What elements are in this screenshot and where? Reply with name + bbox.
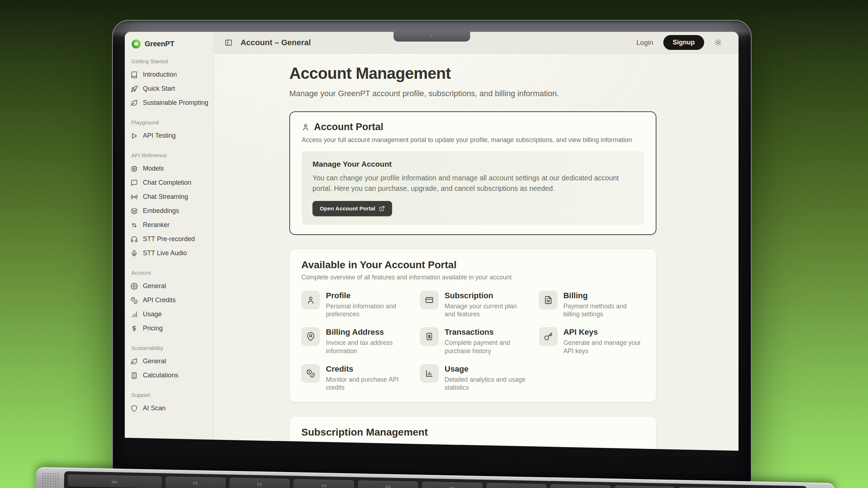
feature-profile: Profile Personal information and prefere… xyxy=(301,291,407,319)
nav-section-label: Account xyxy=(131,270,210,276)
sidebar-item-label: Usage xyxy=(143,311,162,318)
feature-title: Transactions xyxy=(444,328,526,337)
sidebar-item-label: AI Scan xyxy=(143,404,166,412)
leaf-icon xyxy=(131,358,138,365)
sidebar-toggle-icon[interactable] xyxy=(225,39,233,47)
sidebar-item-label: Sustainable Prompting xyxy=(143,99,208,107)
greenpt-ring-logo-icon xyxy=(131,39,141,49)
nav-section-label: Sustainability xyxy=(131,345,210,351)
laptop-lid: GreenPT Getting Started Introduction Qui… xyxy=(112,20,752,488)
sidebar-item-label: STT Pre-recorded xyxy=(143,235,195,243)
keyboard-key: F8 xyxy=(614,485,675,488)
sidebar-item-label: Embeddings xyxy=(143,207,179,215)
feature-title: Credits xyxy=(326,364,407,374)
feature-description: Generate and manage your API keys xyxy=(563,339,644,355)
sidebar-item-sustainable-prompting[interactable]: Sustainable Prompting xyxy=(131,96,210,110)
sidebar-item-account-general[interactable]: General xyxy=(131,279,210,293)
nav-section-label: Getting Started xyxy=(131,58,210,64)
key-icon xyxy=(539,327,558,346)
sidebar-item-stt-live-audio[interactable]: STT Live Audio xyxy=(131,246,210,260)
external-link-icon xyxy=(379,206,385,211)
feature-credits: Credits Monitor and purchase API credits xyxy=(301,364,407,392)
sidebar-item-models[interactable]: Models xyxy=(131,162,210,176)
sidebar-item-stt-pre-recorded[interactable]: STT Pre-recorded xyxy=(131,232,210,246)
open-account-portal-label: Open Account Portal xyxy=(320,205,375,212)
cpu-icon xyxy=(131,165,138,172)
logo-text: GreenPT xyxy=(145,40,174,48)
laptop-screen: GreenPT Getting Started Introduction Qui… xyxy=(125,32,739,457)
page-content: Account Management Manage your GreenPT a… xyxy=(214,53,739,457)
keyboard-key: esc xyxy=(68,475,162,488)
feature-description: Personal information and preferences xyxy=(326,302,407,319)
feature-title: Usage xyxy=(444,364,526,374)
logo[interactable]: GreenPT xyxy=(131,39,210,49)
sidebar-item-chat-completion[interactable]: Chat Completion xyxy=(131,176,210,190)
manage-account-title: Manage Your Account xyxy=(312,160,633,168)
sidebar-item-api-testing[interactable]: API Testing xyxy=(131,129,210,143)
nav-section-label: Playground xyxy=(131,119,210,125)
sidebar-item-sustainability-general[interactable]: General xyxy=(131,354,210,368)
sidebar-item-embeddings[interactable]: Embeddings xyxy=(131,204,210,218)
keyboard-key: F5 xyxy=(422,481,482,488)
speaker-grille xyxy=(41,472,59,488)
bar-chart-icon xyxy=(131,311,138,318)
bar-chart-icon xyxy=(420,364,439,383)
sidebar-item-api-credits[interactable]: API Credits xyxy=(131,293,210,307)
keyboard-key: F6 xyxy=(486,483,547,488)
card-description: Access your full account management port… xyxy=(302,136,644,144)
gear-icon xyxy=(131,283,138,290)
features-card: Available in Your Account Portal Complet… xyxy=(289,249,656,403)
notch xyxy=(393,32,470,42)
sort-arrows-icon xyxy=(131,222,138,229)
book-icon xyxy=(131,71,138,78)
dollar-icon xyxy=(131,325,138,332)
sun-icon[interactable] xyxy=(714,39,722,46)
keyboard-key: F4 xyxy=(358,480,418,488)
calculator-icon xyxy=(131,372,138,379)
sidebar: GreenPT Getting Started Introduction Qui… xyxy=(125,32,214,457)
feature-subscription: Subscription Manage your current plan an… xyxy=(420,291,526,319)
broadcast-icon xyxy=(131,193,138,201)
layers-icon xyxy=(131,207,138,215)
sidebar-item-quick-start[interactable]: Quick Start xyxy=(131,82,210,96)
sidebar-item-label: Quick Start xyxy=(143,85,175,93)
rocket-icon xyxy=(131,85,138,93)
sidebar-item-label: Chat Streaming xyxy=(143,193,188,201)
feature-title: Profile xyxy=(326,291,407,300)
sidebar-item-pricing[interactable]: Pricing xyxy=(131,321,210,335)
nav-section-label: Support xyxy=(131,392,210,398)
sidebar-item-calculations[interactable]: Calculations xyxy=(131,368,210,382)
headphones-icon xyxy=(131,236,138,243)
features-card-subtitle: Complete overview of all features and in… xyxy=(301,274,644,281)
keyboard-key: F2 xyxy=(229,478,290,488)
subscription-management-card: Subscription Management xyxy=(289,416,656,457)
sidebar-item-chat-streaming[interactable]: Chat Streaming xyxy=(131,190,210,204)
keyboard-key: F9 xyxy=(678,487,739,488)
feature-title: API Keys xyxy=(563,328,644,337)
file-text-icon xyxy=(539,291,558,309)
open-account-portal-button[interactable]: Open Account Portal xyxy=(312,201,392,216)
sidebar-item-label: Introduction xyxy=(143,71,177,78)
sidebar-item-usage[interactable]: Usage xyxy=(131,307,210,321)
sidebar-item-introduction[interactable]: Introduction xyxy=(131,68,210,82)
keyboard-key: F7 xyxy=(550,484,611,488)
sidebar-item-reranker[interactable]: Reranker xyxy=(131,218,210,232)
features-card-title: Available in Your Account Portal xyxy=(301,259,644,271)
user-icon xyxy=(301,291,320,309)
topbar-title: Account – General xyxy=(241,38,311,47)
keyboard-key: F1 xyxy=(165,476,226,488)
feature-title: Billing Address xyxy=(326,328,407,337)
feature-billing: Billing Payment methods and billing sett… xyxy=(539,291,644,319)
microphone-icon xyxy=(131,250,138,257)
signup-button[interactable]: Signup xyxy=(663,35,704,50)
feature-transactions: Transactions Complete payment and purcha… xyxy=(420,327,526,355)
feature-usage: Usage Detailed analytics and usage stati… xyxy=(420,364,526,392)
sidebar-item-ai-scan[interactable]: AI Scan xyxy=(131,401,210,415)
topbar: Account – General Login Signup xyxy=(214,32,739,53)
camera-dot xyxy=(430,34,434,38)
sidebar-item-label: API Testing xyxy=(143,132,176,140)
subscription-card-title: Subscription Management xyxy=(301,427,644,438)
login-link[interactable]: Login xyxy=(637,39,654,47)
leaf-icon xyxy=(131,99,138,107)
account-portal-card: Account Portal Access your full account … xyxy=(289,111,656,235)
